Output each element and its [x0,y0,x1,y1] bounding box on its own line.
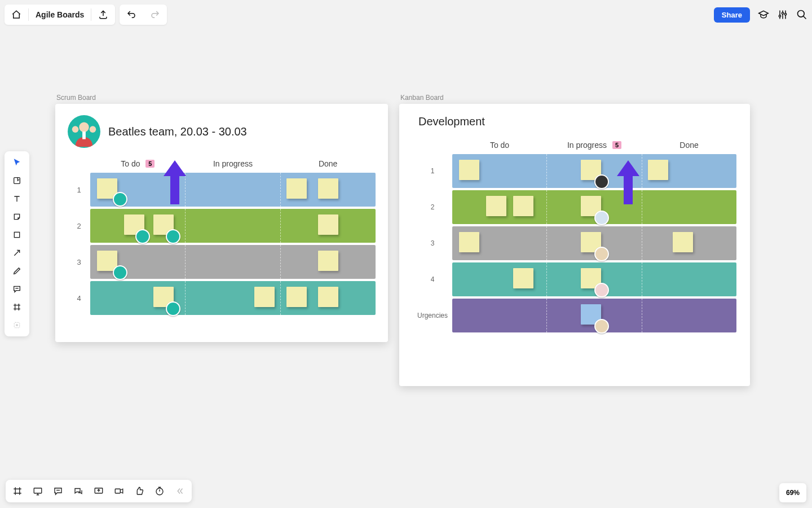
learn-button[interactable] [758,9,769,20]
kanban-rows: 1 2 [413,154,736,332]
frames-panel-button[interactable] [10,484,25,498]
undo-button[interactable] [120,5,143,25]
sticky-tool[interactable] [7,209,27,225]
scrum-board-frame[interactable]: Beatles team, 20.03 - 30.03 To do 5 In p… [55,104,388,342]
arrow-tool[interactable] [7,245,27,261]
export-button[interactable] [91,5,115,25]
share-button[interactable]: Share [714,7,750,23]
assignee-avatar[interactable] [594,174,609,189]
home-button[interactable] [5,5,28,25]
settings-button[interactable] [777,9,788,20]
board-title[interactable]: Agile Boards [29,5,91,25]
kanban-lane-3[interactable] [452,226,736,260]
more-tools[interactable] [7,317,27,333]
kanban-row-3: 3 [413,226,736,260]
svg-point-0 [779,15,780,17]
sticky-note[interactable] [286,178,307,199]
comments-button[interactable] [51,484,65,498]
assignee-avatar[interactable] [113,192,127,207]
zoom-indicator[interactable]: 69% [779,483,806,502]
kanban-frame-label[interactable]: Kanban Board [400,94,444,102]
kanban-wip-badge: 5 [612,141,621,149]
sticky-note[interactable] [673,232,693,252]
svg-point-11 [79,122,89,132]
scrum-lane-3[interactable] [90,245,376,279]
kanban-lane-urgencies[interactable] [452,299,736,332]
assignee-avatar[interactable] [594,319,609,334]
scrum-rows: 1 2 [68,173,376,315]
svg-point-14 [90,126,96,133]
video-button[interactable] [112,484,126,498]
sticky-note[interactable] [459,160,479,180]
sticky-note[interactable] [513,268,533,288]
kanban-row-2-label: 2 [413,190,452,224]
bottom-toolbar [6,480,192,502]
svg-rect-7 [34,488,42,493]
kanban-lane-1[interactable] [452,154,736,188]
kanban-row-1-label: 1 [413,154,452,188]
assignee-avatar[interactable] [594,283,609,297]
arrow-icon [12,248,21,257]
assignee-avatar[interactable] [166,229,180,244]
templates-tool[interactable] [7,173,27,189]
priority-arrow[interactable] [160,160,189,204]
sticky-note[interactable] [459,232,479,252]
square-icon [12,230,21,239]
assignee-avatar[interactable] [594,211,609,225]
voting-button[interactable] [132,484,147,498]
scrum-frame-label[interactable]: Scrum Board [56,94,96,102]
priority-arrow[interactable] [614,160,643,204]
sticky-note[interactable] [648,160,668,180]
screenshare-button[interactable] [91,484,106,498]
scrum-row-2: 2 [68,209,376,243]
kanban-row-3-label: 3 [413,226,452,260]
scrum-header: Beatles team, 20.03 - 30.03 [68,115,376,148]
sticky-note[interactable] [286,287,307,307]
scrum-row-4-label: 4 [68,281,90,315]
scrum-lane-2[interactable] [90,209,376,243]
present-button[interactable] [30,484,45,498]
assignee-avatar[interactable] [135,229,150,244]
scrum-lane-4[interactable] [90,281,376,315]
sticky-note[interactable] [318,251,338,271]
timer-button[interactable] [152,484,167,498]
scrum-columns-header: To do 5 In progress Done [68,159,376,168]
sticky-note[interactable] [318,178,338,199]
comment-icon [12,284,21,294]
assignee-avatar[interactable] [166,301,180,316]
redo-button[interactable] [143,5,167,25]
collapse-button[interactable] [173,484,187,498]
sticky-note[interactable] [318,287,338,307]
text-tool[interactable] [7,191,27,207]
select-tool[interactable] [7,155,27,170]
kanban-row-4-label: 4 [413,262,452,296]
pen-tool[interactable] [7,263,27,279]
video-icon [114,486,124,496]
cursor-icon [12,158,21,167]
kanban-lane-2[interactable] [452,190,736,224]
sliders-icon [777,9,788,20]
search-button[interactable] [796,9,807,20]
redo-icon [150,10,160,20]
scrum-row-1-label: 1 [68,173,90,207]
export-icon [98,10,108,20]
scrum-col-inprogress: In progress [186,159,281,168]
chat-icon [73,486,83,496]
svg-rect-5 [14,232,19,237]
scrum-lane-1[interactable] [90,173,376,207]
kanban-lane-4[interactable] [452,262,736,296]
shapes-tool[interactable] [7,227,27,243]
scrum-title: Beatles team, 20.03 - 30.03 [108,125,247,138]
sticky-note[interactable] [254,287,275,307]
kanban-board-frame[interactable]: Development To do In progress 5 Done 1 2 [399,104,750,386]
chat-button[interactable] [71,484,86,498]
assignee-avatar[interactable] [113,265,127,280]
sticky-note[interactable] [513,196,533,216]
assignee-avatar[interactable] [594,247,609,261]
sticky-note[interactable] [486,196,506,216]
frame-tool[interactable] [7,299,27,315]
scrum-wip-badge: 5 [145,160,155,168]
sticky-note[interactable] [318,214,338,235]
comment-tool[interactable] [7,281,27,297]
team-avatar [68,115,100,148]
